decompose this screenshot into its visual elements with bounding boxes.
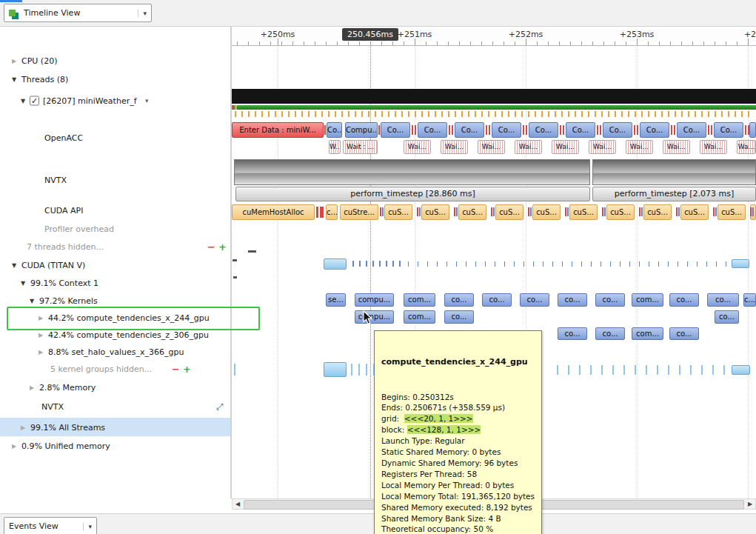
wa-bar[interactable]: Wa... — [737, 140, 756, 154]
co-bar[interactable]: co... — [595, 293, 625, 307]
wai-bar[interactable]: Wai... — [404, 140, 431, 154]
co-bar[interactable]: Co... — [603, 122, 632, 138]
timeline-ruler[interactable]: +250ms+251ms+252ms+253ms+2250.456ms — [232, 27, 756, 46]
mem-mark[interactable] — [324, 258, 347, 270]
co-bar[interactable]: co... — [707, 293, 739, 307]
show-more-icon[interactable]: + — [183, 363, 191, 374]
sidebar-item-26207-miniweather-f[interactable]: ▼✓[26207] miniWeather_f▾ — [0, 90, 232, 111]
co-bar[interactable]: Co... — [677, 122, 706, 138]
mem-mark[interactable] — [324, 362, 347, 377]
compu-bar[interactable]: Compu... — [345, 122, 378, 138]
sidebar-item-2-8-memory[interactable]: ▶2.8% Memory — [0, 378, 232, 396]
twisty-collapsed-icon[interactable]: ▶ — [39, 348, 43, 355]
twisty-expanded-icon[interactable]: ▼ — [30, 297, 34, 304]
se-bar[interactable]: se... — [326, 293, 346, 307]
com-bar[interactable]: com... — [404, 310, 435, 324]
cus-bar[interactable]: cuS... — [532, 204, 561, 220]
wai-bar[interactable]: Wai... — [700, 140, 727, 154]
wai-bar[interactable]: Wai... — [441, 140, 468, 154]
com-bar[interactable]: com... — [404, 293, 435, 307]
wai-bar[interactable]: Wai... — [478, 140, 505, 154]
wai-bar[interactable]: Wai... — [626, 140, 653, 154]
cus-bar[interactable]: cuS... — [569, 204, 598, 220]
cus-bar[interactable]: cuS... — [458, 204, 486, 220]
twisty-expanded-icon[interactable]: ▼ — [21, 280, 25, 287]
current-time-marker[interactable]: 250.456ms — [342, 28, 398, 41]
wai-bar[interactable]: Wai... — [515, 140, 542, 154]
chevron-down-icon[interactable]: ▾ — [83, 523, 92, 530]
cus-bar[interactable]: cuS... — [384, 204, 412, 220]
scroll-left-icon[interactable]: ◀ — [233, 499, 243, 509]
co-bar[interactable]: co... — [482, 293, 512, 307]
co-bar[interactable]: Co... — [566, 122, 595, 138]
cus-bar[interactable]: cuS... — [606, 204, 635, 220]
twisty-expanded-icon[interactable]: ▼ — [12, 262, 16, 269]
cus-bar[interactable]: cuS... — [495, 204, 523, 220]
cus-bar[interactable]: cuS... — [421, 204, 449, 220]
co-bar[interactable]: co... — [520, 293, 549, 307]
co-bar[interactable]: Co... — [327, 122, 342, 138]
sidebar-item-7-threads-hidden[interactable]: 7 threads hidden...−+ — [0, 238, 232, 256]
nvtxc-mark[interactable] — [234, 159, 590, 185]
co-bar[interactable]: Co... — [714, 122, 743, 138]
co-bar[interactable]: Co... — [455, 122, 484, 138]
com-bar[interactable]: com... — [632, 293, 663, 307]
w-bar[interactable]: W... — [329, 140, 341, 154]
co-bar[interactable]: co... — [669, 327, 699, 340]
mem-mark[interactable] — [732, 365, 750, 375]
wait-bar[interactable]: Wait : ... — [343, 140, 378, 154]
sidebar-item-cpu-20[interactable]: ▶CPU (20) — [0, 52, 232, 70]
sidebar-item-nvtx[interactable]: NVTX⤢ — [0, 397, 232, 416]
co-bar[interactable]: co... — [715, 310, 739, 324]
twisty-expanded-icon[interactable]: ▼ — [12, 76, 16, 83]
show-more-icon[interactable]: + — [218, 241, 227, 253]
view-selector-dropdown[interactable]: Timeline View ▾ — [4, 4, 152, 22]
c-bar[interactable]: c... — [326, 204, 338, 220]
show-fewer-icon[interactable]: − — [207, 241, 215, 253]
sidebar-item-nvtx[interactable]: NVTX — [0, 158, 232, 201]
sidebar-item-8-8-set-halo-values-x-366-gpu[interactable]: ▶8.8% set_halo_values_x_366_gpu — [0, 343, 232, 360]
c-bar[interactable]: c... — [743, 293, 756, 307]
co-bar[interactable]: Co... — [529, 122, 558, 138]
sidebar-item-profiler-overhead[interactable]: Profiler overhead — [0, 220, 232, 238]
twisty-collapsed-icon[interactable]: ▶ — [12, 442, 16, 449]
blue-mark[interactable] — [749, 122, 756, 138]
co-bar[interactable]: Co... — [381, 122, 410, 138]
process-checkbox[interactable]: ✓ — [30, 96, 39, 106]
co-bar[interactable]: co... — [444, 293, 474, 307]
compu-bar[interactable]: compu... — [355, 310, 394, 324]
nvtxc-mark[interactable] — [592, 159, 756, 185]
wai-bar[interactable]: Wai... — [663, 140, 690, 154]
sidebar-item-openacc[interactable]: OpenACC — [0, 117, 232, 158]
cus-bar[interactable]: cuS... — [717, 204, 746, 220]
events-view-dropdown[interactable]: Events View ▾ — [4, 517, 97, 534]
co-bar[interactable]: co... — [669, 293, 699, 307]
cus-bar[interactable]: cuS... — [643, 204, 672, 220]
co-bar[interactable]: co... — [444, 310, 474, 324]
mem-mark[interactable] — [732, 259, 749, 268]
twisty-expanded-icon[interactable]: ▼ — [21, 98, 25, 104]
com-bar[interactable]: com... — [632, 327, 663, 340]
co-bar[interactable]: co... — [595, 327, 625, 340]
scroll-right-icon[interactable]: ▶ — [745, 499, 755, 509]
wai-bar[interactable]: Wai... — [552, 140, 579, 154]
sidebar-item-99-1-context-1[interactable]: ▼99.1% Context 1 — [0, 274, 232, 292]
co-bar[interactable]: Co... — [640, 122, 669, 138]
co-bar[interactable]: Co... — [418, 122, 447, 138]
perform-timestep-2-073-ms-bar[interactable]: perform_timestep [2.073 ms] — [592, 187, 756, 201]
cus-bar[interactable]: cuS... — [680, 204, 709, 220]
twisty-collapsed-icon[interactable]: ▶ — [39, 331, 43, 338]
sidebar-item-cuda-titan-v[interactable]: ▼CUDA (TITAN V) — [0, 256, 232, 274]
sidebar-item-0-9-unified-memory[interactable]: ▶0.9% Unified memory — [0, 437, 232, 454]
show-fewer-icon[interactable]: − — [172, 363, 180, 374]
compu-bar[interactable]: compu... — [355, 293, 394, 307]
sidebar-item-threads-8[interactable]: ▼Threads (8) — [0, 70, 232, 89]
twisty-collapsed-icon[interactable]: ▶ — [30, 384, 34, 390]
co-bar[interactable]: co... — [558, 327, 587, 340]
expand-row-icon[interactable]: ⤢ — [216, 401, 224, 412]
sidebar-item-cuda-api[interactable]: CUDA API — [0, 201, 232, 220]
twisty-collapsed-icon[interactable]: ▶ — [12, 58, 16, 64]
perform-timestep-28-860-ms-bar[interactable]: perform_timestep [28.860 ms] — [235, 187, 590, 201]
twisty-collapsed-icon[interactable]: ▶ — [21, 424, 25, 430]
custre-bar[interactable]: cuStre... — [340, 204, 378, 220]
